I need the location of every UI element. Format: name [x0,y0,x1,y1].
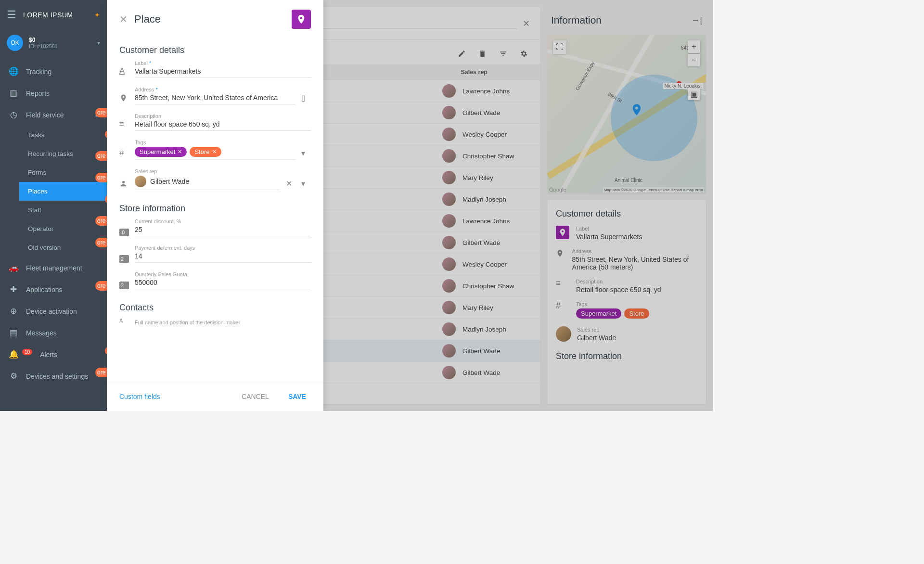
nav-devices[interactable]: ⚙Devices and settings [0,365,107,387]
brand-logo-icon: ✦ [94,11,100,19]
chevron-down-icon[interactable]: ▾ [301,149,311,160]
account-switcher[interactable]: OK $0 ID: #102561 ▾ [0,30,107,61]
remove-tag-icon[interactable]: ✕ [178,149,182,155]
close-icon[interactable]: ✕ [119,13,128,25]
nav-apps[interactable]: ✚Applications [0,279,107,300]
account-id: ID: #102561 [29,43,91,49]
description-icon: ≡ [119,119,129,131]
custom-fields-link[interactable]: Custom fields [119,393,227,400]
defer-field[interactable]: 14 [135,251,311,262]
tag-chip[interactable]: Store ✕ [190,147,221,157]
pin-icon [292,10,311,29]
place-modal: ✕ Place Customer details A Label * Valla… [107,0,323,411]
message-icon: ▤ [9,328,18,338]
nav-forms[interactable]: Forms [19,163,107,182]
nav-reports[interactable]: ▥Reports [0,82,107,104]
modal-title: Place [134,13,285,26]
nav-tracking[interactable]: 🌐Tracking [0,61,107,82]
gear-icon: ⚙ [9,371,18,381]
brand-name: LOREM IPSUM [23,11,88,19]
sidebar: ☰ LOREM IPSUM ✦ OK $0 ID: #102561 ▾ 🌐Tra… [0,0,107,411]
fullname-label: Full name and position of the decision-m… [135,320,311,325]
menu-icon[interactable]: ☰ [7,9,16,21]
hash-icon: # [119,148,129,160]
car-icon: 🚗 [9,263,18,273]
clock-icon: ◷ [9,110,18,120]
rep-field[interactable]: Gilbert Wade [135,174,280,190]
chart-icon: ▥ [9,88,18,98]
nav-alerts[interactable]: 🔔10Alerts [0,344,107,365]
location-icon [119,93,129,104]
cancel-button[interactable]: CANCEL [237,390,274,403]
globe-icon: 🌐 [9,66,18,77]
decimal-icon: .0 [119,229,129,236]
nav-messages[interactable]: ▤Messages [0,322,107,344]
puzzle-icon: ✚ [9,284,18,295]
disc-label: Current discount, % [135,218,311,224]
rep-field-label: Sales rep [135,168,280,174]
sec-store-title: Store information [119,204,311,214]
tag-chip[interactable]: Supermarket ✕ [135,147,187,157]
quota-field[interactable]: 550000 [135,277,311,289]
desc-field-label: Description [135,113,311,119]
sec-contacts-title: Contacts [119,303,311,313]
quota-label: Quarterly Sales Guota [135,271,311,277]
defer-label: Payment deferment, days [135,245,311,251]
tags-field-label: Tags [135,140,295,145]
number-icon: 2 [119,282,129,289]
chevron-down-icon[interactable]: ▾ [301,179,311,190]
address-field-label: Address [135,87,154,92]
account-balance: $0 [29,37,91,43]
add-device-icon: ⊕ [9,306,18,316]
nav-old[interactable]: Old version [19,238,107,257]
disc-field[interactable]: 25 [135,224,311,236]
nav-field-service[interactable]: ◷Field service▴ [0,104,107,126]
person-icon [119,179,129,190]
chevron-down-icon: ▾ [97,39,100,46]
address-field[interactable]: 85th Street, New York, United States of … [135,92,295,104]
nav-activation[interactable]: ⊕Device activation [0,300,107,322]
nav-recurring[interactable]: Recurring tasks [19,144,107,163]
number-icon: 2 [119,255,129,263]
avatar: OK [7,35,23,51]
rep-avatar [135,176,146,187]
tags-field[interactable]: Supermarket ✕Store ✕ [135,145,295,159]
nav-places[interactable]: Places [19,182,107,201]
nav-operator[interactable]: Operator [19,219,107,238]
label-field[interactable]: Vallarta Supermarkets [135,66,311,77]
remove-tag-icon[interactable]: ✕ [212,149,217,155]
nav-staff[interactable]: Staff [19,201,107,219]
save-button[interactable]: SAVE [283,390,311,403]
sec-customer-title: Customer details [119,45,311,55]
bell-icon: 🔔 [9,349,18,359]
map-picker-icon[interactable]: ▯ [301,93,311,104]
nav-tasks[interactable]: Tasks [19,126,107,144]
nav-fleet[interactable]: 🚗Fleet management [0,257,107,279]
clear-rep-icon[interactable]: ✕ [286,179,295,190]
text-format-icon: A [119,66,129,78]
desc-field[interactable]: Retail floor space 650 sq. yd [135,119,311,130]
text-icon: A [119,318,129,325]
label-field-label: Label [135,60,148,66]
alerts-badge: 10 [22,349,32,355]
